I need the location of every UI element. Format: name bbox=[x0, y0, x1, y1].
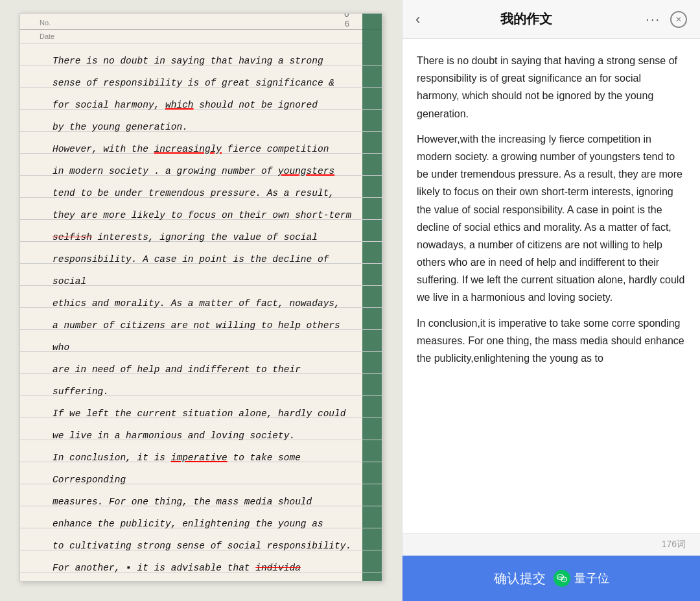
back-button[interactable]: ‹ bbox=[415, 11, 420, 28]
underline-which: which bbox=[165, 100, 194, 110]
word-count-bar: 176词 bbox=[402, 533, 700, 556]
paragraph-3: In conclusion,it is imperative to take s… bbox=[417, 314, 686, 368]
line-12: a number of citizens are not willing to … bbox=[52, 320, 340, 353]
line-9: selfish interests, ignoring the value of… bbox=[52, 232, 318, 242]
svg-point-4 bbox=[562, 579, 563, 580]
line-14: If we left the current situation alone, … bbox=[52, 408, 345, 419]
line-2: sense of responsibility is of great sign… bbox=[52, 78, 334, 88]
close-icon: ✕ bbox=[675, 15, 682, 24]
paragraph-2: However,with the increasing ly fierce co… bbox=[417, 130, 686, 307]
short-berm: short-term bbox=[295, 210, 351, 220]
line-1: There is no doubt in saying that having … bbox=[52, 56, 323, 66]
submit-button[interactable]: 确认提交 量子位 bbox=[402, 556, 700, 601]
label-no: No. bbox=[40, 19, 51, 27]
word-count: 176词 bbox=[662, 539, 686, 549]
left-panel: No. 6 Date There is no doubt in saying t… bbox=[0, 0, 402, 601]
line-10: responsibility. A case in point is the d… bbox=[52, 254, 329, 287]
brand-label: 量子位 bbox=[574, 571, 609, 586]
menu-dots-button[interactable]: ··· bbox=[646, 12, 660, 27]
svg-point-2 bbox=[560, 576, 561, 578]
line-20: For another, ▪ it is advisable that indi… bbox=[52, 563, 301, 582]
header-right: ··· ✕ bbox=[646, 11, 687, 28]
app-header: ‹ 我的作文 ··· ✕ bbox=[402, 0, 700, 39]
right-panel: ‹ 我的作文 ··· ✕ There is no doubt in saying… bbox=[402, 0, 700, 601]
essay-paper: No. 6 Date There is no doubt in saying t… bbox=[19, 13, 382, 582]
wechat-icon bbox=[554, 570, 570, 587]
close-button[interactable]: ✕ bbox=[670, 11, 687, 28]
line-18: enhance the publicity, enlightening the … bbox=[52, 519, 323, 529]
strikethrough-selfish: selfish bbox=[52, 232, 92, 242]
wechat-badge: 量子位 bbox=[554, 570, 609, 587]
line-8: they are more likely to focus on their o… bbox=[52, 210, 351, 220]
essay-content: There is no doubt in saying that having … bbox=[20, 43, 382, 582]
date-line: Date bbox=[20, 30, 382, 43]
line-3: for social harmony, which should not be … bbox=[52, 100, 318, 110]
underline-increasingly: increasingly bbox=[154, 144, 222, 154]
line-4: by the young generation. bbox=[52, 122, 188, 132]
line-13: are in need of help and indifferent to t… bbox=[52, 364, 301, 397]
essay-text: There is no doubt in saying that having … bbox=[52, 50, 362, 582]
svg-point-5 bbox=[564, 579, 565, 580]
underline-imperative: imperative bbox=[171, 453, 228, 463]
strikethrough-individa: individa bbox=[255, 563, 301, 573]
page-number-display: 6 bbox=[344, 13, 349, 25]
paragraph-1: There is no doubt in saying that having … bbox=[417, 52, 686, 123]
line-16: In conclusion, it is imperative to take … bbox=[52, 453, 301, 485]
line-17: measures. For one thing, the mass media … bbox=[52, 497, 312, 507]
svg-point-1 bbox=[558, 576, 559, 578]
line-19: to cultivating strong sense of social re… bbox=[52, 541, 351, 551]
header-title: 我的作文 bbox=[426, 10, 626, 28]
line-11: ethics and morality. As a matter of fact… bbox=[52, 298, 340, 309]
underline-youngsters: youngsters bbox=[278, 166, 334, 176]
label-date: Date bbox=[40, 32, 54, 40]
paper-header: No. 6 bbox=[20, 14, 382, 30]
line-5: However, with the increasingly fierce co… bbox=[52, 144, 329, 154]
header-left: ‹ bbox=[415, 11, 426, 28]
line-15: we live in a harmonious and loving socie… bbox=[52, 430, 295, 441]
line-7: tend to be under tremendous pressure. As… bbox=[52, 188, 334, 198]
line-6: in modern society . a growing number of … bbox=[52, 166, 334, 176]
submit-label: 确认提交 bbox=[494, 570, 546, 587]
content-area[interactable]: There is no doubt in saying that having … bbox=[402, 39, 700, 533]
